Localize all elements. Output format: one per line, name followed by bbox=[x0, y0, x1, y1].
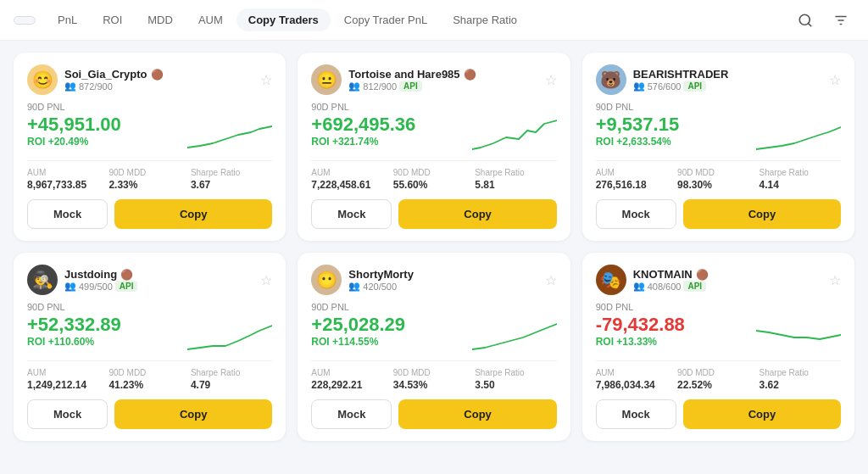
stat-mdd: 90D MDD 98.30% bbox=[677, 168, 759, 191]
favorite-button-shortymorty[interactable]: ☆ bbox=[545, 272, 557, 288]
name-text: Justdoing bbox=[64, 268, 117, 281]
favorite-button-soi-gia-crypto[interactable]: ☆ bbox=[260, 72, 272, 88]
mdd-value: 22.52% bbox=[677, 379, 759, 391]
aum-value: 8,967,733.85 bbox=[27, 179, 108, 191]
nav-tab-roi[interactable]: ROI bbox=[91, 8, 134, 31]
sharpe-value: 3.62 bbox=[760, 379, 841, 391]
sharpe-label: Sharpe Ratio bbox=[475, 168, 556, 177]
card-user: 😶 ShortyMorty 👥 420/500 bbox=[311, 265, 414, 295]
nav-tab-copy-trader-pnl[interactable]: Copy Trader PnL bbox=[332, 8, 439, 31]
search-icon[interactable] bbox=[792, 7, 819, 34]
stat-aum: AUM 276,516.18 bbox=[596, 168, 677, 191]
mock-button-bearishtrader[interactable]: Mock bbox=[596, 199, 676, 229]
aum-label: AUM bbox=[596, 168, 677, 177]
stat-aum: AUM 8,967,733.85 bbox=[27, 168, 108, 191]
roi-value: ROI +321.74% bbox=[311, 136, 471, 148]
trader-card-knotmain: 🎭 KNOTMAIN 🟤 👥 408/600 API ☆ 90D PNL bbox=[582, 253, 854, 441]
name-text: Tortoise and Hare985 bbox=[348, 68, 459, 81]
chart-area bbox=[756, 314, 841, 352]
sharpe-value: 3.67 bbox=[191, 179, 272, 191]
trader-card-bearishtrader: 🐻 BEARISHTRADER 👥 576/600 API ☆ 90D PNL bbox=[582, 53, 854, 241]
copy-button-knotmain[interactable]: Copy bbox=[683, 399, 841, 429]
card-stats: AUM 7,228,458.61 90D MDD 55.60% Sharpe R… bbox=[311, 160, 556, 191]
card-pnl: -79,432.88 ROI +13.33% bbox=[596, 314, 756, 348]
stat-aum: AUM 228,292.21 bbox=[311, 368, 392, 391]
pnl-label: 90D PNL bbox=[311, 102, 556, 112]
copy-button-soi-gia-crypto[interactable]: Copy bbox=[114, 199, 272, 229]
mdd-label: 90D MDD bbox=[108, 168, 190, 177]
user-info: KNOTMAIN 🟤 👥 408/600 API bbox=[633, 268, 709, 292]
roi-value: ROI +13.33% bbox=[596, 336, 756, 348]
pnl-label: 90D PNL bbox=[596, 302, 841, 312]
card-header: 🐻 BEARISHTRADER 👥 576/600 API ☆ bbox=[596, 64, 841, 95]
card-actions: Mock Copy bbox=[311, 199, 556, 229]
pnl-label: 90D PNL bbox=[311, 302, 556, 312]
roi-value: ROI +2,633.54% bbox=[596, 136, 756, 148]
copy-button-justdoing[interactable]: Copy bbox=[114, 399, 272, 429]
card-body: +52,332.89 ROI +110.60% bbox=[27, 314, 272, 352]
mock-button-soi-gia-crypto[interactable]: Mock bbox=[27, 199, 108, 229]
aum-value: 7,228,458.61 bbox=[311, 179, 392, 191]
stat-sharpe: Sharpe Ratio 3.62 bbox=[760, 368, 841, 391]
favorite-button-knotmain[interactable]: ☆ bbox=[829, 272, 841, 288]
mock-button-tortoise-hare985[interactable]: Mock bbox=[311, 199, 392, 229]
user-name: ShortyMorty bbox=[348, 268, 414, 281]
filter-icon[interactable] bbox=[827, 7, 854, 34]
name-badge: 🟤 bbox=[120, 269, 133, 281]
card-user: 😊 Soi_Gia_Crypto 🟤 👥 872/900 bbox=[27, 64, 164, 95]
sharpe-value: 4.79 bbox=[191, 379, 272, 391]
copy-button-bearishtrader[interactable]: Copy bbox=[683, 199, 841, 229]
card-actions: Mock Copy bbox=[596, 199, 841, 229]
mock-button-justdoing[interactable]: Mock bbox=[27, 399, 108, 429]
copy-button-tortoise-hare985[interactable]: Copy bbox=[398, 199, 556, 229]
mdd-value: 98.30% bbox=[677, 179, 759, 191]
avatar-bearishtrader: 🐻 bbox=[596, 64, 626, 95]
stat-mdd: 90D MDD 34.53% bbox=[393, 368, 475, 391]
sharpe-value: 3.50 bbox=[475, 379, 556, 391]
card-pnl: +25,028.29 ROI +114.55% bbox=[311, 314, 471, 348]
trader-card-tortoise-hare985: 😐 Tortoise and Hare985 🟤 👥 812/900 API ☆… bbox=[298, 53, 570, 241]
nav-tab-copy-traders[interactable]: Copy Traders bbox=[236, 8, 331, 31]
user-name: BEARISHTRADER bbox=[633, 68, 729, 81]
nav-tab-aum[interactable]: AUM bbox=[186, 8, 235, 31]
roi-value: ROI +114.55% bbox=[311, 336, 471, 348]
pnl-value: +45,951.00 bbox=[27, 114, 187, 136]
card-stats: AUM 276,516.18 90D MDD 98.30% Sharpe Rat… bbox=[596, 160, 841, 191]
mock-button-shortymorty[interactable]: Mock bbox=[311, 399, 392, 429]
pnl-label: 90D PNL bbox=[27, 302, 272, 312]
nav-tab-mdd[interactable]: MDD bbox=[136, 8, 185, 31]
user-name: KNOTMAIN 🟤 bbox=[633, 268, 709, 281]
user-info: Soi_Gia_Crypto 🟤 👥 872/900 bbox=[64, 68, 164, 92]
favorite-button-tortoise-hare985[interactable]: ☆ bbox=[545, 72, 557, 88]
nav-tab-pnl[interactable]: PnL bbox=[46, 8, 89, 31]
stat-sharpe: Sharpe Ratio 5.81 bbox=[475, 168, 556, 191]
user-info: BEARISHTRADER 👥 576/600 API bbox=[633, 68, 729, 92]
aum-label: AUM bbox=[596, 368, 677, 377]
aum-label: AUM bbox=[27, 368, 108, 377]
top-bar-icons bbox=[792, 7, 854, 34]
favorite-button-justdoing[interactable]: ☆ bbox=[260, 272, 272, 288]
mdd-value: 55.60% bbox=[393, 179, 475, 191]
chart-area bbox=[472, 314, 557, 352]
trader-card-shortymorty: 😶 ShortyMorty 👥 420/500 ☆ 90D PNL bbox=[298, 253, 570, 441]
count-icon: 👥 bbox=[64, 281, 76, 292]
card-body: +9,537.15 ROI +2,633.54% bbox=[596, 114, 841, 152]
roi-value: ROI +20.49% bbox=[27, 136, 187, 148]
user-name: Justdoing 🟤 bbox=[64, 268, 137, 281]
period-selector[interactable] bbox=[14, 16, 36, 25]
sharpe-label: Sharpe Ratio bbox=[760, 168, 841, 177]
mdd-label: 90D MDD bbox=[393, 168, 475, 177]
user-count: 👥 576/600 API bbox=[633, 81, 729, 92]
stat-aum: AUM 7,228,458.61 bbox=[311, 168, 392, 191]
chart-area bbox=[756, 114, 841, 152]
count-text: 812/900 bbox=[363, 81, 397, 92]
aum-label: AUM bbox=[27, 168, 108, 177]
nav-tab-sharpe-ratio[interactable]: Sharpe Ratio bbox=[441, 8, 529, 31]
user-count: 👥 420/500 bbox=[348, 281, 414, 292]
favorite-button-bearishtrader[interactable]: ☆ bbox=[829, 72, 841, 88]
mock-button-knotmain[interactable]: Mock bbox=[596, 399, 676, 429]
user-count: 👥 499/500 API bbox=[64, 281, 137, 292]
pnl-label: 90D PNL bbox=[596, 102, 841, 112]
api-badge: API bbox=[115, 281, 138, 292]
copy-button-shortymorty[interactable]: Copy bbox=[398, 399, 556, 429]
